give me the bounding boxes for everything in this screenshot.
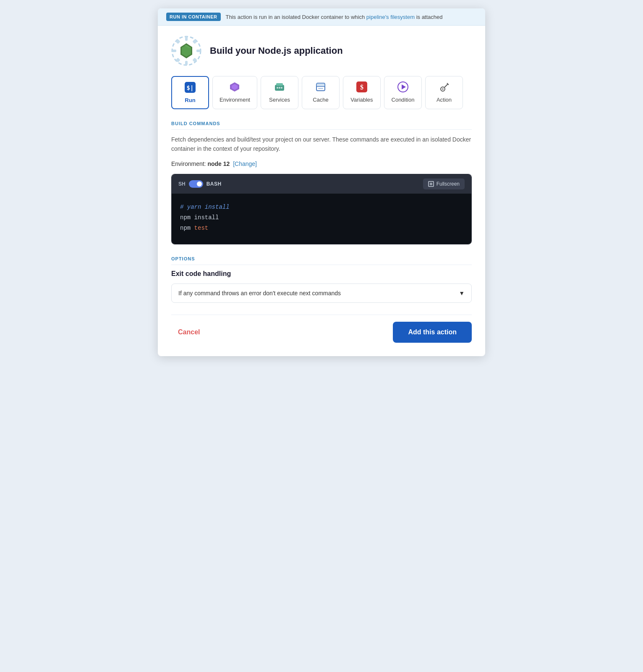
tab-services-label: Services [269,97,290,103]
sh-label: SH [178,181,186,187]
code-area[interactable]: # yarn install npm install npm test [172,194,471,244]
svg-point-30 [442,88,444,90]
cache-tab-icon [315,81,326,94]
header-section: Build your Node.js application [171,36,472,66]
tab-services[interactable]: Services [261,76,298,109]
svg-line-31 [444,84,448,87]
sh-bash-toggle[interactable] [189,180,203,188]
build-commands-section: BUILD COMMANDS Fetch dependencies and bu… [171,121,472,244]
tab-action[interactable]: Action [425,76,463,109]
run-tab-icon: $| [185,82,196,94]
modal-container: RUN IN CONTAINER This action is run in a… [158,8,485,356]
tab-cache-label: Cache [313,97,329,103]
options-label: OPTIONS [171,256,472,265]
bash-label: BASH [206,181,222,187]
exit-code-dropdown[interactable]: If any command throws an error don't exe… [171,284,472,303]
services-tab-icon [274,81,285,94]
svg-marker-28 [402,84,406,89]
code-line-2: npm install [180,213,463,223]
tab-cache[interactable]: Cache [302,76,340,109]
env-value: node 12 [207,160,230,167]
environment-line: Environment: node 12 [Change] [171,160,472,167]
fullscreen-label: Fullscreen [437,181,460,187]
footer-actions: Cancel Add this action [171,315,472,343]
pipeline-filesystem-link[interactable]: pipeline's filesystem [366,14,415,20]
svg-point-19 [279,87,280,89]
tab-variables[interactable]: $ Variables [343,76,381,109]
tab-variables-label: Variables [350,97,373,103]
condition-tab-icon [397,81,408,94]
dropdown-arrow-icon: ▼ [459,290,465,297]
tab-condition[interactable]: Condition [384,76,422,109]
tabs-container: $| Run Environment [171,76,472,109]
code-line-1: # yarn install [180,202,463,213]
change-env-link[interactable]: [Change] [233,160,257,167]
fullscreen-button[interactable]: Fullscreen [423,178,465,189]
code-line-3: npm test [180,223,463,234]
tab-run[interactable]: $| Run [171,76,209,109]
toolbar-left: SH BASH [178,180,222,188]
build-commands-description: Fetch dependencies and build/test your p… [171,135,472,154]
svg-rect-4 [196,50,201,52]
svg-rect-22 [316,83,325,87]
svg-text:$|: $| [187,84,194,92]
run-in-container-badge: RUN IN CONTAINER [166,13,221,21]
exit-code-title: Exit code handling [171,270,472,278]
app-icon [171,36,201,66]
variables-tab-icon: $ [356,81,367,94]
svg-point-18 [277,87,278,89]
options-section: OPTIONS Exit code handling If any comman… [171,256,472,303]
svg-rect-17 [276,83,283,86]
banner-text: This action is run in an isolated Docker… [226,14,443,20]
build-commands-label: BUILD COMMANDS [171,121,472,130]
cancel-button[interactable]: Cancel [171,324,206,340]
editor-toolbar: SH BASH Fullscreen [172,174,471,194]
tab-environment-label: Environment [220,97,250,103]
svg-rect-34 [430,183,432,185]
tab-environment[interactable]: Environment [212,76,257,109]
svg-rect-1 [185,37,188,41]
add-action-button[interactable]: Add this action [393,322,472,343]
modal-body: Build your Node.js application $| Run [158,26,485,356]
svg-rect-3 [172,50,176,52]
code-editor: SH BASH Fullscreen # yarn install np [171,174,472,244]
tab-action-label: Action [437,97,452,103]
action-tab-icon [439,81,450,94]
svg-rect-24 [318,88,323,89]
svg-text:$: $ [360,84,363,91]
page-title: Build your Node.js application [210,45,343,56]
tab-condition-label: Condition [392,97,415,103]
tab-run-label: Run [185,97,195,103]
banner: RUN IN CONTAINER This action is run in a… [158,8,485,26]
svg-point-20 [281,87,282,89]
svg-rect-2 [185,61,188,65]
dropdown-value: If any command throws an error don't exe… [178,290,341,297]
environment-tab-icon [229,81,240,94]
